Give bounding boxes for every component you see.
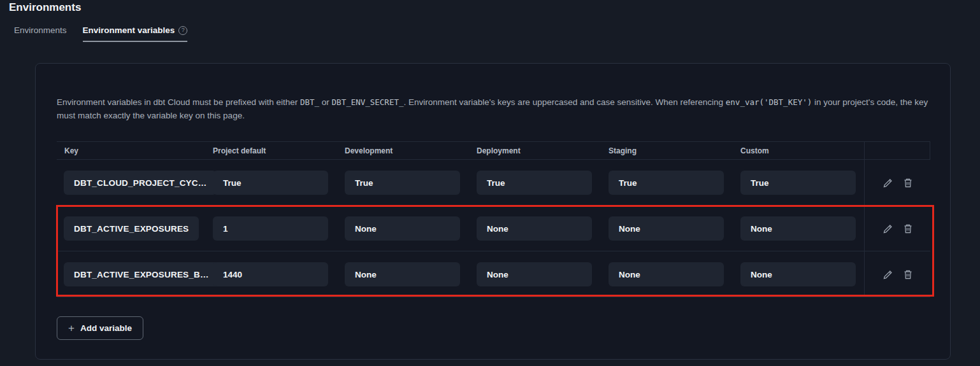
value-project-default[interactable]: 1 [213, 216, 328, 241]
tab-bar: Environments Environment variables ? [14, 25, 187, 42]
value-staging[interactable]: None [609, 262, 724, 286]
header-staging: Staging [609, 146, 740, 155]
environments-page: Environments Environments Environment va… [0, 0, 980, 366]
header-custom: Custom [740, 146, 864, 155]
value-custom[interactable]: True [740, 171, 856, 195]
header-project-default: Project default [213, 146, 345, 155]
header-actions [864, 142, 930, 159]
tab-environments-label: Environments [14, 25, 67, 35]
env-vars-card: Environment variables in dbt Cloud must … [35, 63, 951, 360]
value-development[interactable]: None [345, 262, 460, 286]
value-project-default[interactable]: 1440 [213, 262, 328, 286]
help-icon[interactable]: ? [178, 26, 187, 35]
description-text: Environment variables in dbt Cloud must … [57, 95, 931, 122]
add-variable-button[interactable]: + Add variable [57, 316, 143, 340]
table-body: DBT_CLOUD_PROJECT_CYC… True True True Tr… [57, 160, 930, 297]
trash-icon[interactable] [903, 223, 913, 234]
value-development[interactable]: None [345, 216, 460, 241]
edit-pencil-icon[interactable] [883, 223, 893, 234]
variable-key: DBT_ACTIVE_EXPOSURES [64, 216, 199, 241]
trash-icon[interactable] [903, 269, 913, 280]
tab-environments[interactable]: Environments [14, 25, 67, 42]
variable-key: DBT_CLOUD_PROJECT_CYC… [64, 171, 217, 195]
variable-key: DBT_ACTIVE_EXPOSURES_B… [64, 262, 219, 286]
header-key: Key [57, 146, 213, 155]
plus-icon: + [68, 323, 75, 334]
trash-icon[interactable] [903, 178, 913, 188]
value-custom[interactable]: None [740, 262, 856, 286]
table-row: DBT_CLOUD_PROJECT_CYC… True True True Tr… [57, 160, 930, 206]
code-env-var-example: env_var('DBT_KEY') [726, 97, 812, 107]
code-dbt-prefix: DBT_ [300, 97, 319, 107]
page-title: Environments [9, 1, 81, 15]
value-deployment[interactable]: True [477, 171, 592, 195]
edit-pencil-icon[interactable] [883, 269, 893, 280]
tab-environment-variables-label: Environment variables [83, 25, 175, 35]
value-project-default[interactable]: True [213, 171, 328, 195]
edit-pencil-icon[interactable] [883, 178, 893, 188]
env-vars-table: Key Project default Development Deployme… [57, 141, 930, 297]
tab-environment-variables[interactable]: Environment variables ? [83, 25, 188, 42]
code-dbt-env-secret-prefix: DBT_ENV_SECRET_ [332, 97, 404, 107]
table-row: DBT_ACTIVE_EXPOSURES_B… 1440 None None N… [57, 251, 930, 297]
value-staging[interactable]: None [609, 216, 724, 241]
table-header-row: Key Project default Development Deployme… [57, 141, 930, 160]
value-deployment[interactable]: None [477, 262, 592, 286]
value-deployment[interactable]: None [477, 216, 592, 241]
value-staging[interactable]: True [609, 171, 724, 195]
table-row: DBT_ACTIVE_EXPOSURES 1 None None None No… [57, 206, 930, 251]
add-variable-label: Add variable [80, 323, 132, 333]
header-deployment: Deployment [477, 146, 609, 155]
header-development: Development [345, 146, 477, 155]
value-development[interactable]: True [345, 171, 460, 195]
value-custom[interactable]: None [740, 216, 856, 241]
